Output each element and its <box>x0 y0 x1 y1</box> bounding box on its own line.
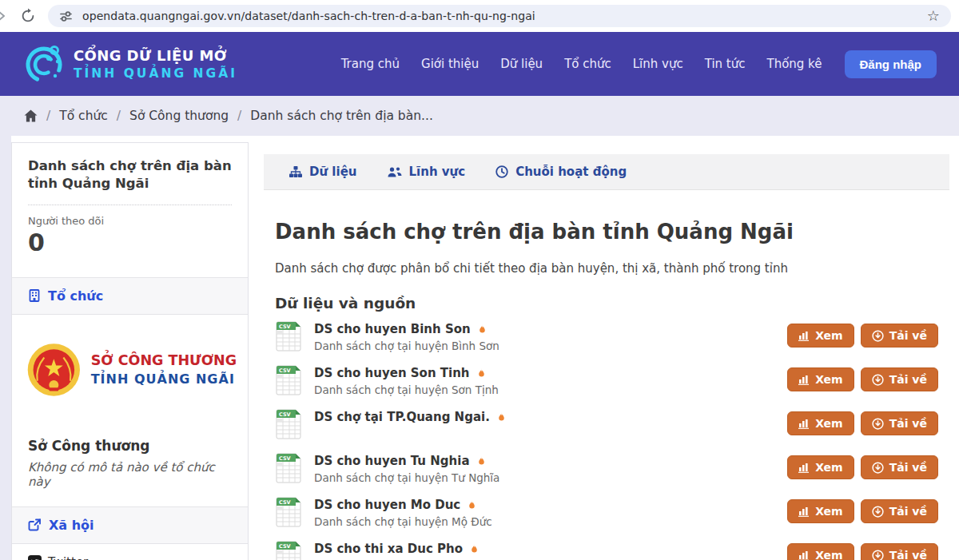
home-icon[interactable] <box>24 109 38 122</box>
download-button[interactable]: Tải về <box>861 411 938 435</box>
resource-subtitle: Danh sách chợ tại huyện Bình Sơn <box>314 340 499 352</box>
nav-thong-ke[interactable]: Thống kê <box>766 57 822 71</box>
breadcrumb-so-cong-thuong[interactable]: Sở Công thương <box>108 109 229 123</box>
view-button[interactable]: Xem <box>787 324 854 348</box>
view-button[interactable]: Xem <box>787 543 854 560</box>
resource-subtitle: Danh sách chợ tại huyện Tư Nghĩa <box>314 471 499 484</box>
resources-heading: Dữ liệu và nguồn <box>275 295 938 312</box>
main-nav: Trang chủ Giới thiệu Dữ liệu Tổ chức Lĩn… <box>341 57 822 71</box>
org-section-label: Tổ chức <box>48 288 103 304</box>
download-button-label: Tải về <box>889 461 927 474</box>
download-button[interactable]: Tải về <box>861 324 938 348</box>
download-button-label: Tải về <box>889 505 927 518</box>
address-bar[interactable]: opendata.quangngai.gov.vn/dataset/danh-s… <box>48 5 951 27</box>
view-button[interactable]: Xem <box>787 455 854 479</box>
site-logo[interactable]: CỔNG DỮ LIỆU MỞ TỈNH QUẢNG NGÃI <box>22 42 237 85</box>
download-button-label: Tải về <box>889 549 927 560</box>
nav-gioi-thieu[interactable]: Giới thiệu <box>421 57 479 71</box>
download-icon <box>872 330 884 342</box>
flame-icon <box>476 324 488 336</box>
building-icon <box>28 289 41 302</box>
org-section-header: Tổ chức <box>12 277 248 315</box>
org-description: Không có mô tả nào về tổ chức này <box>12 454 248 489</box>
bar-chart-icon <box>798 506 810 517</box>
csv-file-icon: CSV <box>275 541 302 560</box>
forward-arrow-icon[interactable] <box>0 10 8 22</box>
tab-chuoi-hoat-dong[interactable]: Chuỗi hoạt động <box>495 165 627 179</box>
resource-row: CSV DS chợ tại TP.Quang Ngai. Xem Tải về <box>275 409 938 442</box>
social-section-header: Xã hội <box>12 506 248 544</box>
nav-to-chuc[interactable]: Tổ chức <box>564 57 611 71</box>
resource-title[interactable]: DS chợ tại TP.Quang Ngai. <box>314 410 490 424</box>
dataset-sidebar: Danh sách chợ trên địa bàn tỉnh Quảng Ng… <box>11 142 249 560</box>
page-body: Danh sách chợ trên địa bàn tỉnh Quảng Ng… <box>0 136 959 560</box>
download-button[interactable]: Tải về <box>861 455 938 479</box>
resource-row: CSV DS cho huyen Mo Duc Danh sách chợ tạ… <box>275 497 938 530</box>
nav-linh-vuc[interactable]: Lĩnh vực <box>633 57 683 71</box>
site-header: CỔNG DỮ LIỆU MỞ TỈNH QUẢNG NGÃI Trang ch… <box>0 32 959 96</box>
breadcrumb-to-chuc[interactable]: Tổ chức <box>38 109 108 123</box>
page-left-gutter <box>0 136 11 560</box>
download-button[interactable]: Tải về <box>861 543 938 560</box>
tab-du-lieu[interactable]: Dữ liệu <box>289 165 357 179</box>
nav-tin-tuc[interactable]: Tin tức <box>705 57 746 71</box>
twitter-link[interactable]: Twitter <box>12 544 248 560</box>
dataset-main: Dữ liệu Lĩnh vực Chuỗi hoạt động Danh sá… <box>264 142 949 560</box>
bar-chart-icon <box>798 331 810 341</box>
browser-toolbar: opendata.quangngai.gov.vn/dataset/danh-s… <box>0 0 959 32</box>
view-button[interactable]: Xem <box>787 411 854 435</box>
csv-file-icon: CSV <box>275 453 302 483</box>
resource-row: CSV DS cho huyen Tu Nghia Danh sách chợ … <box>275 453 938 486</box>
resource-title[interactable]: DS cho huyen Tu Nghia <box>314 454 470 468</box>
sidebar-dataset-title: Danh sách chợ trên địa bàn tỉnh Quảng Ng… <box>28 157 232 193</box>
breadcrumb: Tổ chức Sở Công thương Danh sách chợ trê… <box>0 96 959 136</box>
csv-file-icon: CSV <box>275 365 302 395</box>
divider <box>28 205 232 205</box>
nav-du-lieu[interactable]: Dữ liệu <box>500 57 543 71</box>
csv-file-icon: CSV <box>275 321 302 351</box>
org-logo: SỞ CÔNG THƯƠNG TỈNH QUẢNG NGÃI <box>12 315 248 401</box>
resource-row: CSV DS cho thi xa Duc Pho Xem Tải về <box>275 541 938 560</box>
view-button-label: Xem <box>815 549 843 560</box>
site-settings-icon[interactable] <box>59 10 73 23</box>
org-name: Sở Công thương <box>12 438 248 454</box>
url-text[interactable]: opendata.quangngai.gov.vn/dataset/danh-s… <box>82 10 535 22</box>
nav-trang-chu[interactable]: Trang chủ <box>341 57 400 71</box>
resource-subtitle: Danh sách chợ tại huyện Mộ Đức <box>314 515 492 528</box>
view-button[interactable]: Xem <box>787 499 854 523</box>
resource-row: CSV DS cho huyen Son Tinh Danh sách chợ … <box>275 365 938 398</box>
download-icon <box>872 550 884 560</box>
portal-subtitle: TỈNH QUẢNG NGÃI <box>74 66 237 81</box>
users-icon <box>388 166 402 178</box>
resource-title[interactable]: DS cho huyen Son Tinh <box>314 366 470 380</box>
svg-text:CSV: CSV <box>279 499 291 506</box>
flame-icon <box>466 499 478 511</box>
view-button[interactable]: Xem <box>787 367 854 391</box>
svg-text:CSV: CSV <box>279 455 291 462</box>
bar-chart-icon <box>798 463 810 473</box>
login-button[interactable]: Đăng nhập <box>845 50 937 78</box>
tab-linh-vuc-label: Lĩnh vực <box>409 165 466 179</box>
resource-title[interactable]: DS cho huyen Mo Duc <box>314 498 460 512</box>
download-icon <box>872 418 884 430</box>
resource-list: CSV DS cho huyen Binh Son Danh sách chợ … <box>275 321 938 560</box>
view-button-label: Xem <box>815 461 843 474</box>
followers-label: Người theo dõi <box>28 215 232 227</box>
resource-title[interactable]: DS cho huyen Binh Son <box>314 322 471 336</box>
twitter-icon <box>28 555 42 560</box>
download-button[interactable]: Tải về <box>861 499 938 523</box>
download-button-label: Tải về <box>889 329 927 342</box>
flame-icon <box>468 543 480 555</box>
social-section-label: Xã hội <box>49 518 94 533</box>
view-button-label: Xem <box>815 505 843 518</box>
reload-icon[interactable] <box>19 7 37 25</box>
download-button[interactable]: Tải về <box>861 367 938 391</box>
bookmark-star-icon[interactable] <box>927 9 940 23</box>
national-emblem-icon <box>26 339 82 401</box>
tab-linh-vuc[interactable]: Lĩnh vực <box>388 165 466 179</box>
download-button-label: Tải về <box>889 417 927 430</box>
dataset-description: Danh sách chợ được phân bổ chi tiết theo… <box>275 261 938 276</box>
resource-title[interactable]: DS cho thi xa Duc Pho <box>314 542 463 556</box>
flame-icon <box>476 455 487 467</box>
svg-text:CSV: CSV <box>279 543 291 550</box>
